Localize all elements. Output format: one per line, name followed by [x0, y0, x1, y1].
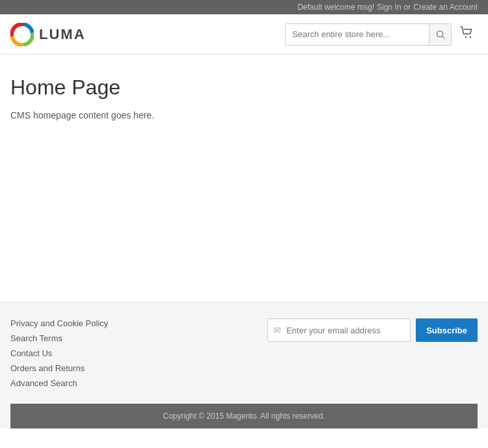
advanced-search-link[interactable]: Advanced Search — [10, 378, 108, 388]
site-header: LUMA — [0, 14, 488, 55]
svg-line-2 — [442, 36, 444, 38]
footer-links: Privacy and Cookie PolicySearch TermsCon… — [10, 318, 108, 388]
page-title: Home Page — [10, 76, 478, 100]
welcome-message: Default welcome msg! — [297, 3, 374, 12]
email-icon: ✉ — [268, 325, 286, 335]
search-icon — [436, 30, 445, 39]
privacy-link[interactable]: Privacy and Cookie Policy — [10, 318, 108, 328]
orders-returns-link[interactable]: Orders and Returns — [10, 363, 108, 373]
newsletter-email-input[interactable] — [286, 319, 410, 341]
signin-link[interactable]: Sign In — [377, 3, 401, 12]
site-footer: Privacy and Cookie PolicySearch TermsCon… — [0, 302, 488, 428]
search-input[interactable] — [286, 24, 429, 45]
footer-bottom: Copyright © 2015 Magento. All rights res… — [10, 404, 478, 428]
cart-button[interactable] — [457, 22, 478, 46]
create-account-link[interactable]: Create an Account — [413, 3, 478, 12]
page-content: CMS homepage content goes here. — [10, 110, 478, 120]
main-content: Home Page CMS homepage content goes here… — [0, 55, 488, 302]
top-bar: Default welcome msg! Sign In or Create a… — [0, 0, 488, 14]
cart-icon — [459, 25, 475, 40]
search-form — [285, 23, 452, 46]
copyright-text: Copyright © 2015 Magento. All rights res… — [163, 412, 325, 421]
footer-inner: Privacy and Cookie PolicySearch TermsCon… — [10, 318, 478, 404]
logo-area: LUMA — [10, 23, 86, 46]
header-right — [285, 22, 478, 46]
or-separator: or — [404, 3, 411, 12]
contact-us-link[interactable]: Contact Us — [10, 348, 108, 358]
search-button[interactable] — [429, 24, 451, 45]
luma-logo-icon — [10, 23, 34, 46]
logo-text: LUMA — [39, 26, 86, 43]
newsletter-area: ✉ Subscribe — [267, 318, 478, 342]
subscribe-button[interactable]: Subscribe — [416, 318, 478, 342]
svg-point-3 — [465, 36, 467, 38]
search-terms-link[interactable]: Search Terms — [10, 333, 108, 343]
svg-point-4 — [470, 36, 471, 38]
newsletter-input-wrap: ✉ — [267, 318, 411, 342]
